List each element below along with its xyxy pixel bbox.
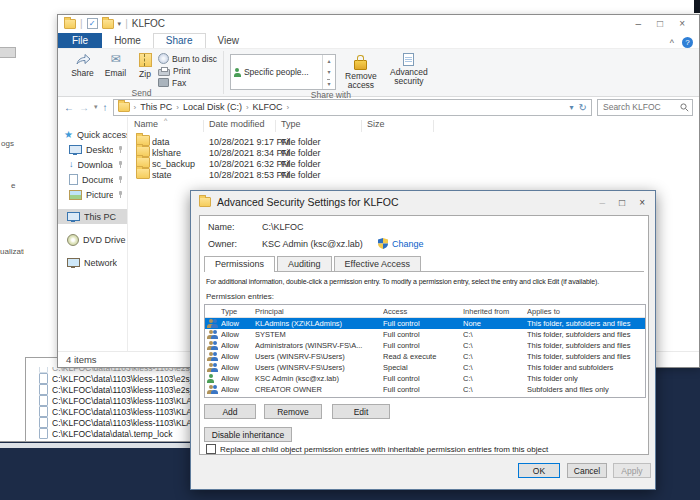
breadcrumb-this-pc[interactable]: This PC <box>140 102 172 112</box>
search-box[interactable] <box>597 99 693 116</box>
sidebar-item-downloads[interactable]: ↓ Downloads <box>58 157 127 172</box>
collapse-ribbon-icon[interactable]: ^ <box>670 38 674 48</box>
permission-row-users-special[interactable]: Allow Users (WINSRV-FS\Users) Special C:… <box>205 362 645 373</box>
quick-access-folder-icon[interactable] <box>102 19 114 29</box>
col-applies-to[interactable]: Applies to <box>527 307 645 316</box>
desktop-icon <box>69 145 82 154</box>
tab-file[interactable]: File <box>58 33 102 48</box>
up-icon[interactable]: ↑ <box>103 102 108 113</box>
refresh-icon[interactable]: ↻ <box>579 102 587 113</box>
close-button[interactable]: × <box>679 18 685 29</box>
sidebar-item-this-pc[interactable]: This PC <box>58 209 127 224</box>
column-header-name[interactable]: Name <box>134 119 158 129</box>
share-button[interactable]: Share <box>66 51 99 78</box>
sidebar-item-dvd-drive[interactable]: DVD Drive (D:) SSS_X8 <box>58 232 127 247</box>
permission-row-administrators[interactable]: Allow Administrators (WINSRV-FS\A... Ful… <box>205 340 645 351</box>
permission-row-ksc-admin[interactable]: Allow KSC Admin (ksc@xz.lab) Full contro… <box>205 373 645 384</box>
search-input[interactable] <box>601 101 680 113</box>
remove-button[interactable]: Remove <box>264 404 322 419</box>
minimize-button[interactable]: – <box>636 18 642 29</box>
file-icon <box>39 373 48 384</box>
forward-icon[interactable]: → <box>79 102 89 113</box>
disable-inheritance-button[interactable]: Disable inheritance <box>204 427 292 442</box>
col-access[interactable]: Access <box>383 307 463 316</box>
sidebar-item-documents[interactable]: Documents <box>58 172 127 187</box>
replace-permissions-checkbox[interactable] <box>206 444 216 454</box>
file-icon <box>39 384 48 395</box>
quick-access-check-icon[interactable]: ✓ <box>87 18 98 29</box>
ribbon: Share ✉ Email Zip Burn to disc <box>58 48 699 97</box>
zip-button[interactable]: Zip <box>132 51 158 79</box>
sidebar-item-quick-access[interactable]: ★ Quick access <box>58 127 127 142</box>
replace-permissions-row: Replace all child object permission entr… <box>206 444 548 454</box>
sidebar-item-desktop[interactable]: Desktop <box>58 142 127 157</box>
qat-dropdown-icon[interactable]: ▾ <box>118 20 122 28</box>
ok-button[interactable]: OK <box>518 463 560 478</box>
security-list-icon <box>403 53 414 66</box>
edit-button[interactable]: Edit <box>332 404 390 419</box>
change-owner-link[interactable]: Change <box>392 239 424 249</box>
fax-button[interactable]: Fax <box>158 77 217 88</box>
advanced-security-button[interactable]: Advanced security <box>386 51 432 86</box>
file-row-data[interactable]: data 10/28/2021 9:17 PM File folder <box>128 136 699 147</box>
email-button[interactable]: ✉ Email <box>99 51 132 78</box>
burn-to-disc-button[interactable]: Burn to disc <box>158 53 217 64</box>
col-type[interactable]: Type <box>221 307 255 316</box>
add-button[interactable]: Add <box>204 404 256 419</box>
file-icon <box>39 417 48 428</box>
permission-row-system[interactable]: Allow SYSTEM Full control C:\ This folde… <box>205 329 645 340</box>
sidebar-item-network[interactable]: Network <box>58 255 127 270</box>
folder-icon <box>118 102 130 112</box>
address-dropdown-icon[interactable]: ▾ <box>570 103 574 112</box>
background-text-fragment: ualizatio <box>0 247 24 256</box>
tab-share[interactable]: Share <box>153 33 206 48</box>
breadcrumb-klfoc[interactable]: KLFOC <box>253 102 283 112</box>
help-icon[interactable]: ? <box>682 37 693 48</box>
print-button[interactable]: Print <box>158 65 217 76</box>
file-row-sc-backup[interactable]: sc_backup 10/28/2021 6:32 PM File folder <box>128 158 699 169</box>
breadcrumb[interactable]: › This PC › Local Disk (C:) › KLFOC › ▾ … <box>113 99 592 116</box>
close-button[interactable]: × <box>639 197 645 208</box>
tab-effective-access[interactable]: Effective Access <box>334 256 421 271</box>
permission-row-creator-owner[interactable]: Allow CREATOR OWNER Full control C:\ Sub… <box>205 384 645 395</box>
sidebar-item-pictures[interactable]: Pictures <box>58 187 127 202</box>
file-row-klshare[interactable]: klshare 10/28/2021 8:34 PM File folder <box>128 147 699 158</box>
share-with-gallery[interactable]: Specific people... ▴ ▾ ▾ <box>230 54 336 90</box>
file-icon <box>39 406 48 417</box>
more-icon[interactable]: ▾ <box>327 79 330 87</box>
recent-dropdown-icon[interactable]: ▾ <box>94 103 98 111</box>
minimize-button[interactable]: – <box>600 197 606 208</box>
background-dark-corner <box>694 0 700 13</box>
tab-home[interactable]: Home <box>102 34 153 48</box>
explorer-titlebar: | ✓ ▾ | KLFOC – □ × <box>58 15 699 32</box>
envelope-icon: ✉ <box>110 53 120 66</box>
scroll-up-icon[interactable]: ▴ <box>327 57 330 64</box>
sort-ascending-icon: ^ <box>164 117 167 124</box>
permission-row-kladmins[interactable]: Allow KLAdmins (XZ\KLAdmins) Full contro… <box>205 318 645 329</box>
padlock-icon <box>354 60 367 70</box>
cancel-button[interactable]: Cancel <box>567 463 607 478</box>
file-row-state[interactable]: state 10/28/2021 8:53 PM File folder <box>128 169 699 180</box>
column-header-type[interactable]: Type <box>281 119 301 129</box>
tab-auditing[interactable]: Auditing <box>277 256 332 271</box>
star-icon: ★ <box>64 130 73 140</box>
file-path: C:\KLFOC\data\data\.temp_lock <box>52 429 172 439</box>
col-principal[interactable]: Principal <box>255 307 383 316</box>
maximize-button[interactable]: □ <box>657 18 663 29</box>
maximize-button[interactable]: □ <box>619 197 625 208</box>
back-icon[interactable]: ← <box>64 102 74 113</box>
remove-access-button[interactable]: Remove access <box>341 51 381 90</box>
apply-button[interactable]: Apply <box>613 463 651 478</box>
column-header-date[interactable]: Date modified <box>209 119 265 129</box>
breadcrumb-local-disk[interactable]: Local Disk (C:) <box>183 102 242 112</box>
dialog-title: Advanced Security Settings for KLFOC <box>217 196 399 208</box>
tab-permissions[interactable]: Permissions <box>204 256 275 272</box>
tab-view[interactable]: View <box>206 34 252 48</box>
pin-icon <box>117 191 123 198</box>
gallery-scroll-arrows[interactable]: ▴ ▾ ▾ <box>322 55 335 89</box>
scroll-down-icon[interactable]: ▾ <box>327 68 330 75</box>
item-count: 4 items <box>66 354 97 365</box>
permission-row-users-read[interactable]: Allow Users (WINSRV-FS\Users) Read & exe… <box>205 351 645 362</box>
col-inherited-from[interactable]: Inherited from <box>463 307 527 316</box>
column-header-size[interactable]: Size <box>367 119 385 129</box>
